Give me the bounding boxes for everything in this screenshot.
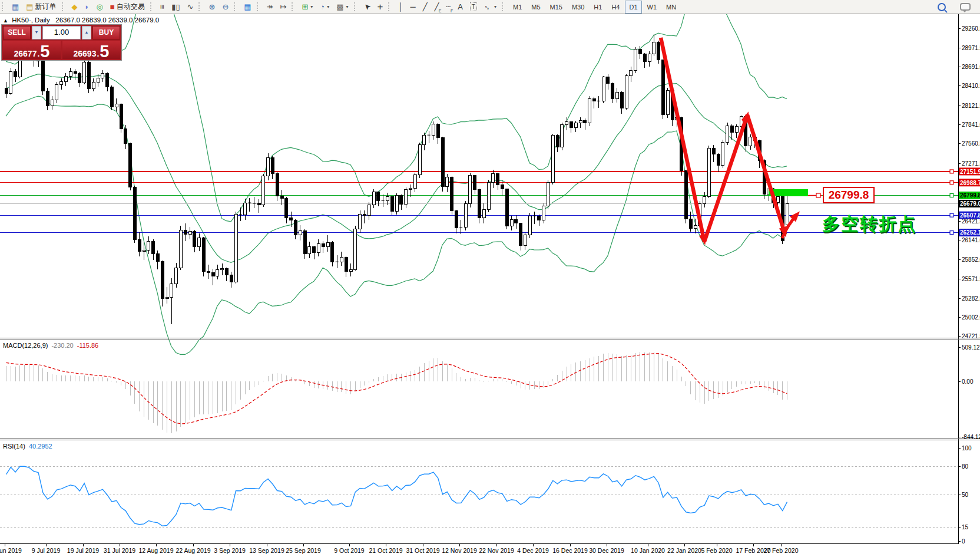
- tf-d1[interactable]: D1: [625, 1, 641, 14]
- autotrading-button[interactable]: ■自动交易: [107, 1, 148, 14]
- rsi-value: 40.2952: [29, 443, 52, 450]
- rsi-line: [0, 466, 958, 527]
- toolbar-grip: [354, 2, 358, 11]
- zoom-out-button[interactable]: ⊖: [219, 1, 231, 14]
- volume-increase-button[interactable]: ▲: [82, 26, 91, 39]
- svg-text:19 Jul 2019: 19 Jul 2019: [67, 547, 99, 554]
- macd-value: -230.20: [51, 342, 73, 349]
- toolbar: ▦▤新订单◆◗◎■自动交易≡▮▯∿⊕⊖▦↠↦⊞▾◔▾▩▾➤+│─╱╱E┄FAT↔…: [0, 0, 980, 14]
- tf-w1[interactable]: W1: [643, 1, 661, 14]
- zoom-out-icon: ⊖: [222, 3, 229, 11]
- cursor-icon: ➤: [362, 2, 372, 12]
- tf-mn[interactable]: MN: [662, 1, 680, 14]
- horizontal-line-button[interactable]: ─: [407, 1, 418, 14]
- toolbar-group-services: ◆◗◎■自动交易: [60, 0, 148, 14]
- sell-button[interactable]: SELL: [3, 26, 31, 39]
- price-level-callout[interactable]: 26799.8: [823, 187, 875, 203]
- bar-chart-button[interactable]: ≡: [157, 1, 168, 14]
- text-button[interactable]: A: [455, 1, 466, 14]
- volume-decrease-button[interactable]: ▼: [32, 26, 41, 39]
- chart-shift-button[interactable]: ↦: [277, 1, 289, 14]
- toolbar-grip: [2, 2, 6, 11]
- candlestick-button[interactable]: ▮▯: [168, 1, 183, 14]
- tile-windows-button[interactable]: ▦: [241, 1, 254, 14]
- cursor-button[interactable]: ➤: [361, 1, 373, 14]
- svg-text:0.00: 0.00: [962, 378, 974, 385]
- svg-text:27151.9: 27151.9: [960, 169, 980, 175]
- new-chart-icon: ▦: [12, 3, 19, 11]
- new-chart-button[interactable]: ▦: [9, 1, 22, 14]
- svg-text:5 Feb 2020: 5 Feb 2020: [701, 547, 732, 554]
- svg-text:9 Jul 2019: 9 Jul 2019: [32, 547, 61, 554]
- sell-price[interactable]: 26677.5: [3, 41, 61, 59]
- auto-scroll-button[interactable]: ↠: [264, 1, 276, 14]
- svg-text:15: 15: [962, 524, 969, 530]
- svg-text:25282.5: 25282.5: [962, 295, 980, 302]
- chart-window: 29260.528971.528691.028410.528121.527841…: [0, 14, 980, 557]
- search-button[interactable]: [935, 1, 949, 14]
- svg-text:27841.0: 27841.0: [962, 121, 980, 128]
- text-label-button[interactable]: T: [467, 1, 480, 14]
- trendline-button[interactable]: ╱: [420, 1, 431, 14]
- volume-input[interactable]: 1.00: [42, 26, 81, 39]
- tf-m30[interactable]: M30: [568, 1, 588, 14]
- metaeditor-icon: ◆: [72, 3, 78, 11]
- toolbar-group-scroll: ↠↦: [255, 0, 290, 14]
- zoom-in-icon: ⊕: [208, 3, 215, 11]
- community-button[interactable]: [957, 1, 974, 14]
- svg-text:30 Dec 2019: 30 Dec 2019: [589, 547, 624, 554]
- svg-text:26799.8: 26799.8: [960, 192, 980, 199]
- svg-text:24721.5: 24721.5: [962, 333, 980, 340]
- toolbar-group-standard: ▦▤新订单: [0, 0, 60, 14]
- tile-windows-icon: ▦: [244, 3, 251, 11]
- svg-text:27271.5: 27271.5: [962, 160, 980, 167]
- svg-text:10 Jan 2020: 10 Jan 2020: [631, 547, 665, 554]
- text-label-icon: T: [470, 2, 477, 11]
- svg-text:31 Oct 2019: 31 Oct 2019: [406, 547, 439, 554]
- toolbar-group-timeframes: M1M5M15M30H1H4D1W1MN: [500, 0, 681, 14]
- bollinger-bands: [6, 14, 787, 354]
- tf-m1[interactable]: M1: [509, 1, 526, 14]
- new-order-button[interactable]: ▤新订单: [23, 1, 59, 14]
- toolbar-grip: [388, 2, 392, 11]
- collapse-icon[interactable]: ▲: [3, 18, 8, 24]
- toolbar-grip: [62, 2, 66, 11]
- indicators-button[interactable]: ⊞▾: [299, 1, 316, 14]
- toolbar-grip: [292, 2, 296, 11]
- toolbar-grip: [150, 2, 154, 11]
- signals-button[interactable]: ◎: [93, 1, 105, 14]
- svg-text:29260.5: 29260.5: [962, 25, 980, 32]
- chart-canvas[interactable]: 29260.528971.528691.028410.528121.527841…: [0, 14, 980, 557]
- turning-point-annotation[interactable]: 多空转折点: [822, 212, 916, 236]
- svg-text:3 Sep 2019: 3 Sep 2019: [214, 547, 246, 554]
- tf-m15[interactable]: M15: [546, 1, 567, 14]
- mt4-terminal: ▦▤新订单◆◗◎■自动交易≡▮▯∿⊕⊖▦↠↦⊞▾◔▾▩▾➤+│─╱╱E┄FAT↔…: [0, 0, 980, 557]
- autotrading-icon: ■: [110, 3, 115, 11]
- market-button[interactable]: ◗: [82, 1, 92, 14]
- tf-h1[interactable]: H1: [590, 1, 606, 14]
- fibonacci-button[interactable]: ┄F: [443, 1, 453, 14]
- channel-button[interactable]: ╱E: [432, 1, 442, 14]
- tf-m5[interactable]: M5: [527, 1, 544, 14]
- arrows-button[interactable]: ↔▾: [481, 1, 499, 14]
- buy-button[interactable]: BUY: [92, 26, 120, 39]
- crosshair-button[interactable]: +: [374, 1, 386, 14]
- buy-price[interactable]: 26693.5: [62, 41, 120, 59]
- toolbar-group-pointer: ➤+: [352, 0, 387, 14]
- arrows-icon: ↔: [482, 1, 493, 12]
- svg-text:12 Nov 2019: 12 Nov 2019: [442, 547, 477, 554]
- zoom-in-button[interactable]: ⊕: [206, 1, 218, 14]
- svg-text:25 Sep 2019: 25 Sep 2019: [286, 547, 321, 554]
- line-chart-button[interactable]: ∿: [184, 1, 197, 14]
- templates-button[interactable]: ▩▾: [333, 1, 351, 14]
- svg-text:4 Dec 2019: 4 Dec 2019: [517, 547, 549, 554]
- metaeditor-button[interactable]: ◆: [69, 1, 81, 14]
- macd-histogram: [6, 352, 787, 433]
- svg-text:26679.0: 26679.0: [960, 200, 980, 207]
- svg-text:26252.1: 26252.1: [960, 229, 980, 236]
- tf-h4[interactable]: H4: [607, 1, 624, 14]
- toolbar-group-windows: ▦: [232, 0, 254, 14]
- vertical-line-button[interactable]: │: [395, 1, 406, 14]
- chart-shift-icon: ↦: [280, 3, 286, 11]
- periods-button[interactable]: ◔▾: [317, 1, 332, 14]
